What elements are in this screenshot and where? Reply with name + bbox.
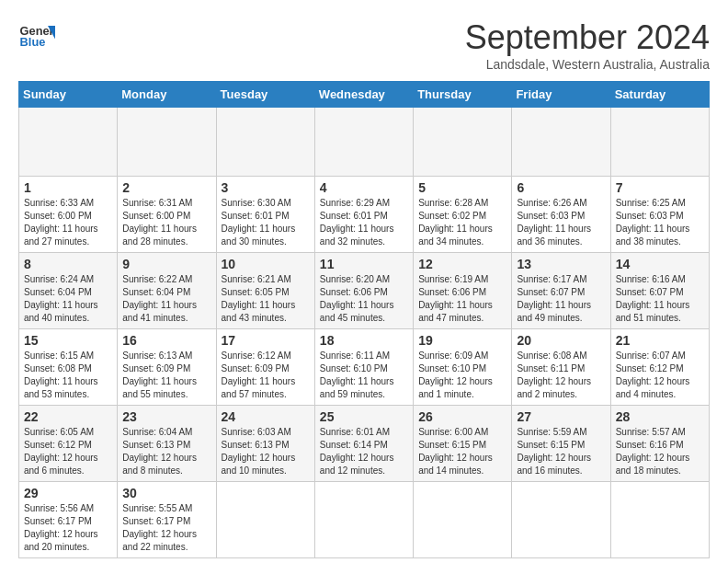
- day-number: 25: [320, 409, 408, 424]
- col-header-friday: Friday: [512, 82, 610, 108]
- logo: General Blue: [18, 18, 59, 55]
- day-number: 17: [222, 333, 310, 348]
- calendar-week-2: 8Sunrise: 6:24 AM Sunset: 6:04 PM Daylig…: [19, 253, 710, 329]
- calendar-cell: 11Sunrise: 6:20 AM Sunset: 6:06 PM Dayli…: [314, 253, 413, 329]
- calendar-week-5: 29Sunrise: 5:56 AM Sunset: 6:17 PM Dayli…: [19, 482, 710, 558]
- day-info: Sunrise: 6:19 AM Sunset: 6:06 PM Dayligh…: [418, 273, 506, 325]
- calendar-week-4: 22Sunrise: 6:05 AM Sunset: 6:12 PM Dayli…: [19, 406, 710, 482]
- calendar-cell: 29Sunrise: 5:56 AM Sunset: 6:17 PM Dayli…: [19, 482, 118, 558]
- day-info: Sunrise: 6:29 AM Sunset: 6:01 PM Dayligh…: [320, 197, 408, 248]
- logo-icon: General Blue: [18, 18, 55, 55]
- day-info: Sunrise: 6:07 AM Sunset: 6:12 PM Dayligh…: [616, 350, 704, 401]
- day-info: Sunrise: 5:56 AM Sunset: 6:17 PM Dayligh…: [24, 502, 112, 554]
- calendar-cell: [414, 482, 512, 558]
- calendar-cell: 21Sunrise: 6:07 AM Sunset: 6:12 PM Dayli…: [610, 329, 709, 406]
- calendar-cell: [610, 482, 709, 558]
- calendar-cell: 3Sunrise: 6:30 AM Sunset: 6:01 PM Daylig…: [216, 177, 314, 253]
- day-info: Sunrise: 5:59 AM Sunset: 6:15 PM Dayligh…: [517, 426, 605, 477]
- day-info: Sunrise: 5:57 AM Sunset: 6:16 PM Dayligh…: [616, 426, 704, 477]
- day-number: 27: [517, 409, 605, 424]
- calendar-cell: 13Sunrise: 6:17 AM Sunset: 6:07 PM Dayli…: [512, 253, 610, 329]
- location-title: Landsdale, Western Australia, Australia: [465, 57, 710, 72]
- day-info: Sunrise: 6:11 AM Sunset: 6:10 PM Dayligh…: [320, 350, 408, 401]
- calendar-cell: [512, 482, 610, 558]
- day-number: 1: [24, 180, 112, 195]
- day-info: Sunrise: 6:33 AM Sunset: 6:00 PM Dayligh…: [24, 197, 112, 248]
- calendar-cell: 26Sunrise: 6:00 AM Sunset: 6:15 PM Dayli…: [414, 406, 512, 482]
- col-header-tuesday: Tuesday: [216, 82, 314, 108]
- day-number: 11: [320, 257, 408, 271]
- day-number: 14: [616, 257, 704, 271]
- day-info: Sunrise: 6:22 AM Sunset: 6:04 PM Dayligh…: [122, 273, 210, 325]
- day-number: 24: [222, 409, 310, 424]
- day-number: 18: [320, 333, 408, 348]
- calendar-cell: 20Sunrise: 6:08 AM Sunset: 6:11 PM Dayli…: [512, 329, 610, 406]
- day-number: 30: [122, 486, 210, 500]
- day-number: 19: [418, 333, 506, 348]
- day-info: Sunrise: 6:16 AM Sunset: 6:07 PM Dayligh…: [616, 273, 704, 325]
- day-number: 22: [24, 409, 112, 424]
- day-number: 28: [616, 409, 704, 424]
- day-info: Sunrise: 6:03 AM Sunset: 6:13 PM Dayligh…: [222, 426, 310, 477]
- calendar-cell: 17Sunrise: 6:12 AM Sunset: 6:09 PM Dayli…: [216, 329, 314, 406]
- calendar-cell: [216, 108, 314, 177]
- day-number: 9: [122, 257, 210, 271]
- day-info: Sunrise: 6:05 AM Sunset: 6:12 PM Dayligh…: [24, 426, 112, 477]
- calendar-cell: 25Sunrise: 6:01 AM Sunset: 6:14 PM Dayli…: [314, 406, 413, 482]
- calendar-cell: 15Sunrise: 6:15 AM Sunset: 6:08 PM Dayli…: [19, 329, 118, 406]
- calendar-cell: 8Sunrise: 6:24 AM Sunset: 6:04 PM Daylig…: [19, 253, 118, 329]
- day-number: 3: [222, 180, 310, 195]
- day-info: Sunrise: 6:30 AM Sunset: 6:01 PM Dayligh…: [222, 197, 310, 248]
- col-header-thursday: Thursday: [414, 82, 512, 108]
- day-info: Sunrise: 6:13 AM Sunset: 6:09 PM Dayligh…: [122, 350, 210, 401]
- day-number: 16: [122, 333, 210, 348]
- calendar-cell: 16Sunrise: 6:13 AM Sunset: 6:09 PM Dayli…: [118, 329, 216, 406]
- calendar-cell: 22Sunrise: 6:05 AM Sunset: 6:12 PM Dayli…: [19, 406, 118, 482]
- calendar-cell: 2Sunrise: 6:31 AM Sunset: 6:00 PM Daylig…: [118, 177, 216, 253]
- day-number: 10: [222, 257, 310, 271]
- day-number: 2: [122, 180, 210, 195]
- calendar-cell: 19Sunrise: 6:09 AM Sunset: 6:10 PM Dayli…: [414, 329, 512, 406]
- svg-text:Blue: Blue: [20, 35, 46, 49]
- calendar-cell: 1Sunrise: 6:33 AM Sunset: 6:00 PM Daylig…: [19, 177, 118, 253]
- day-number: 7: [616, 180, 704, 195]
- day-info: Sunrise: 6:04 AM Sunset: 6:13 PM Dayligh…: [122, 426, 210, 477]
- calendar-cell: 14Sunrise: 6:16 AM Sunset: 6:07 PM Dayli…: [610, 253, 709, 329]
- calendar-header-row: SundayMondayTuesdayWednesdayThursdayFrid…: [19, 82, 710, 108]
- calendar-cell: [216, 482, 314, 558]
- calendar-table: SundayMondayTuesdayWednesdayThursdayFrid…: [18, 81, 710, 558]
- col-header-sunday: Sunday: [19, 82, 118, 108]
- day-info: Sunrise: 6:20 AM Sunset: 6:06 PM Dayligh…: [320, 273, 408, 325]
- day-info: Sunrise: 6:25 AM Sunset: 6:03 PM Dayligh…: [616, 197, 704, 248]
- calendar-cell: 28Sunrise: 5:57 AM Sunset: 6:16 PM Dayli…: [610, 406, 709, 482]
- day-info: Sunrise: 6:09 AM Sunset: 6:10 PM Dayligh…: [418, 350, 506, 401]
- day-number: 6: [517, 180, 605, 195]
- page-header: General Blue September 2024 Landsdale, W…: [18, 18, 710, 72]
- calendar-cell: 10Sunrise: 6:21 AM Sunset: 6:05 PM Dayli…: [216, 253, 314, 329]
- day-number: 13: [517, 257, 605, 271]
- day-info: Sunrise: 6:24 AM Sunset: 6:04 PM Dayligh…: [24, 273, 112, 325]
- day-info: Sunrise: 6:08 AM Sunset: 6:11 PM Dayligh…: [517, 350, 605, 401]
- day-number: 29: [24, 486, 112, 500]
- day-number: 5: [418, 180, 506, 195]
- calendar-week-3: 15Sunrise: 6:15 AM Sunset: 6:08 PM Dayli…: [19, 329, 710, 406]
- calendar-cell: [414, 108, 512, 177]
- calendar-cell: [512, 108, 610, 177]
- calendar-cell: 23Sunrise: 6:04 AM Sunset: 6:13 PM Dayli…: [118, 406, 216, 482]
- day-number: 21: [616, 333, 704, 348]
- day-info: Sunrise: 6:31 AM Sunset: 6:00 PM Dayligh…: [122, 197, 210, 248]
- day-number: 4: [320, 180, 408, 195]
- day-info: Sunrise: 6:21 AM Sunset: 6:05 PM Dayligh…: [222, 273, 310, 325]
- day-number: 8: [24, 257, 112, 271]
- day-info: Sunrise: 6:00 AM Sunset: 6:15 PM Dayligh…: [418, 426, 506, 477]
- title-area: September 2024 Landsdale, Western Austra…: [465, 18, 710, 72]
- calendar-cell: [314, 108, 413, 177]
- calendar-cell: 27Sunrise: 5:59 AM Sunset: 6:15 PM Dayli…: [512, 406, 610, 482]
- day-info: Sunrise: 6:01 AM Sunset: 6:14 PM Dayligh…: [320, 426, 408, 477]
- calendar-week-0: [19, 108, 710, 177]
- col-header-wednesday: Wednesday: [314, 82, 413, 108]
- day-info: Sunrise: 6:17 AM Sunset: 6:07 PM Dayligh…: [517, 273, 605, 325]
- calendar-cell: 6Sunrise: 6:26 AM Sunset: 6:03 PM Daylig…: [512, 177, 610, 253]
- col-header-monday: Monday: [118, 82, 216, 108]
- day-info: Sunrise: 6:15 AM Sunset: 6:08 PM Dayligh…: [24, 350, 112, 401]
